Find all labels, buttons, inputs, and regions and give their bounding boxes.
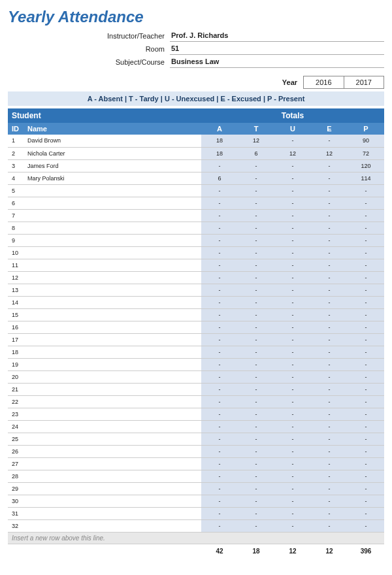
row-t: 6 [238,147,274,159]
room-field[interactable]: 51 [170,43,384,55]
row-name[interactable] [24,507,201,519]
row-name[interactable] [24,209,201,222]
row-a: - [201,296,238,308]
row-u: - [274,246,311,259]
row-t: - [238,370,274,383]
row-a: - [201,308,238,321]
row-t: - [238,519,274,532]
row-name[interactable] [24,470,201,482]
row-e: - [311,296,348,308]
row-a: - [201,457,238,470]
row-id: 9 [8,234,24,246]
row-name[interactable] [24,457,201,470]
row-t: - [238,482,274,495]
row-id: 21 [8,383,24,395]
room-label: Room [8,45,170,53]
row-name[interactable] [24,184,201,197]
row-name[interactable] [24,246,201,259]
row-id: 28 [8,470,24,482]
row-name[interactable] [24,395,201,408]
table-row: 24----- [8,420,384,433]
table-row: 27----- [8,457,384,470]
row-p: - [348,197,384,209]
row-a: - [201,259,238,271]
row-name[interactable] [24,495,201,507]
row-id: 30 [8,495,24,507]
row-id: 32 [8,519,24,532]
attendance-table: Student Totals ID Name A T U E P 1David … [8,108,384,558]
row-t: - [238,209,274,222]
row-name[interactable] [24,234,201,246]
row-name[interactable] [24,519,201,532]
row-name[interactable] [24,271,201,284]
row-id: 2 [8,147,24,159]
row-u: - [274,383,311,395]
row-e: - [311,445,348,457]
row-a: - [201,470,238,482]
row-p: - [348,346,384,358]
insert-hint: Insert a new row above this line. [8,532,384,544]
instructor-field[interactable]: Prof. J. Richards [170,30,384,42]
row-name[interactable] [24,197,201,209]
row-a: - [201,507,238,519]
row-p: - [348,433,384,445]
row-u: - [274,457,311,470]
row-u: - [274,445,311,457]
row-t: - [238,197,274,209]
header-name: Name [24,123,201,135]
year-button-2016[interactable]: 2016 [303,76,344,89]
row-name[interactable]: Mary Polanski [24,172,201,184]
year-label: Year [282,78,297,86]
row-name[interactable] [24,433,201,445]
table-row: 29----- [8,482,384,495]
page-title: Yearly Attendance [8,8,384,26]
row-name[interactable] [24,408,201,420]
row-name[interactable] [24,383,201,395]
row-name[interactable] [24,321,201,333]
row-name[interactable] [24,346,201,358]
row-p: 114 [348,172,384,184]
table-row: 16----- [8,321,384,333]
row-name[interactable] [24,482,201,495]
row-e: - [311,197,348,209]
row-id: 24 [8,420,24,433]
subject-field[interactable]: Business Law [170,56,384,68]
row-id: 15 [8,308,24,321]
row-u: - [274,470,311,482]
table-row: 15----- [8,308,384,321]
row-name[interactable] [24,333,201,346]
row-a: 18 [201,147,238,159]
row-t: - [238,321,274,333]
year-button-2017[interactable]: 2017 [344,76,384,89]
row-name[interactable]: David Brown [24,135,201,147]
row-a: - [201,395,238,408]
total-p: 396 [348,544,384,558]
row-a: - [201,433,238,445]
row-a: 18 [201,135,238,147]
row-t: - [238,395,274,408]
table-row: 30----- [8,495,384,507]
row-name[interactable] [24,222,201,234]
row-name[interactable] [24,308,201,321]
table-row: 17----- [8,333,384,346]
row-name[interactable] [24,445,201,457]
row-e: - [311,284,348,296]
row-name[interactable] [24,420,201,433]
row-name[interactable] [24,259,201,271]
row-name[interactable]: Nichola Carter [24,147,201,159]
row-id: 18 [8,346,24,358]
header-col-p: P [348,123,384,135]
row-u: - [274,184,311,197]
row-e: - [311,172,348,184]
row-u: - [274,284,311,296]
row-e: 12 [311,147,348,159]
row-p: - [348,271,384,284]
row-e: - [311,482,348,495]
table-row: 14----- [8,296,384,308]
row-t: - [238,358,274,370]
row-name[interactable] [24,370,201,383]
row-name[interactable] [24,284,201,296]
row-name[interactable] [24,358,201,370]
row-name[interactable] [24,296,201,308]
row-name[interactable]: James Ford [24,159,201,172]
